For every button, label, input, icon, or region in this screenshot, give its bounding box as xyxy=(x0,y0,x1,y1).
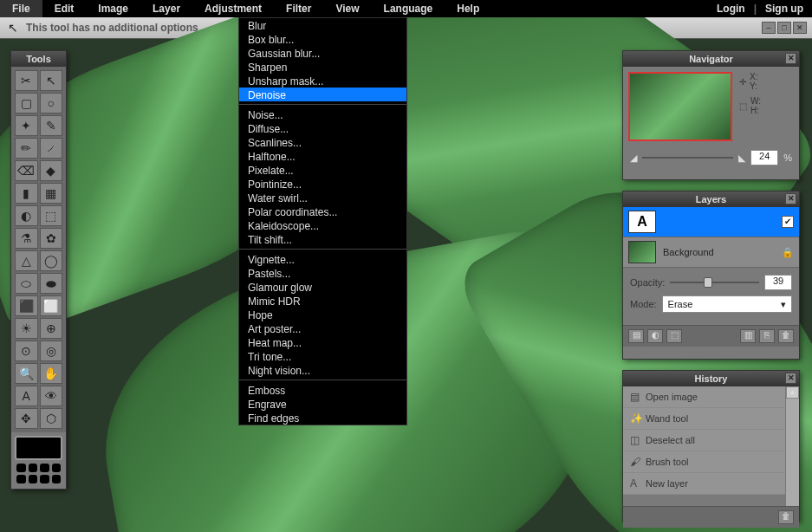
history-item-3[interactable]: 🖌Brush tool xyxy=(623,451,799,473)
menu-file[interactable]: File xyxy=(0,0,42,17)
tool-button-11[interactable]: ▦ xyxy=(40,183,63,204)
new-layer-button[interactable]: ▤ xyxy=(628,329,644,343)
zoom-slider[interactable] xyxy=(642,157,733,159)
history-item-2[interactable]: ◫Deselect all xyxy=(623,430,799,451)
history-scrollbar[interactable]: ▲ xyxy=(785,386,799,506)
filter-item-gaussian-blur-[interactable]: Gaussian blur... xyxy=(239,46,406,60)
filter-item-denoise[interactable]: Denoise xyxy=(239,88,406,101)
filter-item-unsharp-mask-[interactable]: Unsharp mask... xyxy=(239,74,406,88)
filter-item-diffuse-[interactable]: Diffuse... xyxy=(239,121,406,135)
duplicate-button[interactable]: ⎘ xyxy=(759,329,775,343)
tool-button-12[interactable]: ◐ xyxy=(15,205,38,226)
filter-item-vignette-[interactable]: Vignette... xyxy=(239,252,406,266)
layers-titlebar[interactable]: Layers✕ xyxy=(623,191,799,207)
tool-button-26[interactable]: 🔍 xyxy=(15,363,38,384)
swatch-presets[interactable] xyxy=(11,464,66,489)
history-delete-button[interactable]: 🗑 xyxy=(778,510,794,524)
menu-help[interactable]: Help xyxy=(445,0,491,17)
filter-item-noise-[interactable]: Noise... xyxy=(239,107,406,121)
tool-button-24[interactable]: ⊙ xyxy=(15,341,38,361)
navigator-close-button[interactable]: ✕ xyxy=(785,53,796,64)
menu-adjustment[interactable]: Adjustment xyxy=(192,0,274,17)
filter-item-halftone-[interactable]: Halftone... xyxy=(239,149,406,163)
opacity-slider[interactable] xyxy=(670,282,759,283)
filter-item-scanlines-[interactable]: Scanlines... xyxy=(239,135,406,149)
tool-button-9[interactable]: ◆ xyxy=(40,160,63,181)
layers-close-button[interactable]: ✕ xyxy=(785,193,796,204)
filter-item-blur[interactable]: Blur xyxy=(239,18,406,32)
zoom-value[interactable]: 24 xyxy=(750,150,778,165)
color-swatch[interactable] xyxy=(15,436,62,460)
menu-filter[interactable]: Filter xyxy=(274,0,323,17)
menu-layer[interactable]: Layer xyxy=(140,0,192,17)
tool-button-14[interactable]: ⚗ xyxy=(15,228,38,249)
tool-button-15[interactable]: ✿ xyxy=(40,228,63,249)
tool-button-22[interactable]: ☀ xyxy=(15,318,38,339)
tool-button-8[interactable]: ⌫ xyxy=(15,160,38,181)
fx-button[interactable]: ⬚ xyxy=(666,329,682,343)
filter-item-tri-tone-[interactable]: Tri tone... xyxy=(239,349,406,363)
menu-edit[interactable]: Edit xyxy=(42,0,87,17)
tools-titlebar[interactable]: Tools xyxy=(11,51,66,67)
tool-button-0[interactable]: ✂ xyxy=(15,70,38,91)
history-item-0[interactable]: ▤Open image xyxy=(623,386,799,408)
history-titlebar[interactable]: History✕ xyxy=(623,371,799,386)
blend-mode-select[interactable]: Erase▾ xyxy=(662,295,792,313)
filter-item-heat-map-[interactable]: Heat map... xyxy=(239,335,406,349)
filter-item-mimic-hdr[interactable]: Mimic HDR xyxy=(239,294,406,308)
tool-button-19[interactable]: ⬬ xyxy=(40,273,63,294)
filter-item-polar-coordinates-[interactable]: Polar coordinates... xyxy=(239,204,406,218)
tool-button-3[interactable]: ○ xyxy=(40,93,63,114)
tool-button-10[interactable]: ▮ xyxy=(15,183,38,204)
tool-button-5[interactable]: ✎ xyxy=(40,115,63,136)
filter-item-hope[interactable]: Hope xyxy=(239,308,406,321)
tool-button-25[interactable]: ◎ xyxy=(40,341,63,361)
tool-button-13[interactable]: ⬚ xyxy=(40,205,63,226)
tool-button-1[interactable]: ↖ xyxy=(40,70,63,91)
layer-row-text[interactable]: A ✔ xyxy=(623,207,799,237)
tool-button-27[interactable]: ✋ xyxy=(40,363,63,384)
history-close-button[interactable]: ✕ xyxy=(785,373,796,384)
filter-item-sharpen[interactable]: Sharpen xyxy=(239,60,406,74)
layer-visible-checkbox[interactable]: ✔ xyxy=(782,216,794,228)
menu-view[interactable]: View xyxy=(323,0,371,17)
tool-button-28[interactable]: A xyxy=(15,386,38,406)
filter-item-pastels-[interactable]: Pastels... xyxy=(239,266,406,280)
tool-button-17[interactable]: ◯ xyxy=(40,250,63,271)
zoom-in-icon[interactable]: ◣ xyxy=(738,152,745,164)
menu-language[interactable]: Language xyxy=(372,0,445,17)
delete-layer-button[interactable]: 🗑 xyxy=(778,329,794,343)
history-item-1[interactable]: ✨Wand tool xyxy=(623,408,799,430)
tool-button-20[interactable]: ⬛ xyxy=(15,295,38,316)
zoom-out-icon[interactable]: ◢ xyxy=(630,152,637,164)
window-min-button[interactable]: – xyxy=(762,22,776,34)
tool-button-29[interactable]: 👁 xyxy=(40,386,63,406)
filter-item-art-poster-[interactable]: Art poster... xyxy=(239,321,406,335)
filter-item-night-vision-[interactable]: Night vision... xyxy=(239,363,406,377)
filter-item-glamour-glow[interactable]: Glamour glow xyxy=(239,280,406,294)
filter-item-water-swirl-[interactable]: Water swirl... xyxy=(239,191,406,204)
window-max-button[interactable]: □ xyxy=(777,22,791,34)
menu-image[interactable]: Image xyxy=(86,0,140,17)
window-close-button[interactable]: ✕ xyxy=(793,22,807,34)
filter-item-box-blur-[interactable]: Box blur... xyxy=(239,32,406,46)
tool-button-30[interactable]: ✥ xyxy=(15,408,38,429)
layer-row-background[interactable]: Background 🔒 xyxy=(623,237,799,268)
tool-button-4[interactable]: ✦ xyxy=(15,115,38,136)
tool-button-6[interactable]: ✏ xyxy=(15,138,38,159)
login-link[interactable]: Login xyxy=(708,3,754,15)
opacity-value[interactable]: 39 xyxy=(764,275,792,290)
tool-button-23[interactable]: ⊕ xyxy=(40,318,63,339)
filter-item-emboss[interactable]: Emboss xyxy=(239,383,406,397)
filter-item-pointinize-[interactable]: Pointinize... xyxy=(239,177,406,191)
tool-button-2[interactable]: ▢ xyxy=(15,93,38,114)
filter-item-pixelate-[interactable]: Pixelate... xyxy=(239,163,406,177)
tool-button-16[interactable]: △ xyxy=(15,250,38,271)
history-item-4[interactable]: ANew layer xyxy=(623,473,799,495)
scroll-up-button[interactable]: ▲ xyxy=(786,386,799,399)
filter-item-engrave[interactable]: Engrave xyxy=(239,397,406,411)
filter-item-kaleidoscope-[interactable]: Kaleidoscope... xyxy=(239,218,406,232)
merge-button[interactable]: ▥ xyxy=(740,329,756,343)
filter-item-find-edges[interactable]: Find edges xyxy=(239,411,406,425)
signup-link[interactable]: Sign up xyxy=(757,3,812,15)
